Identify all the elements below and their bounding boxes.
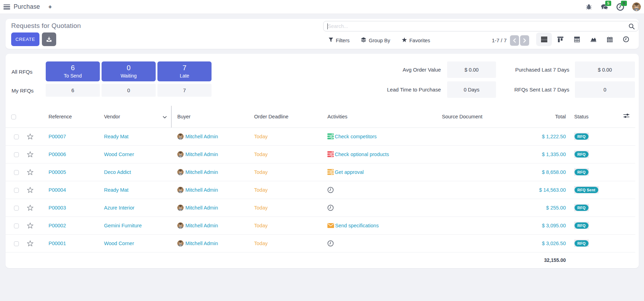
- view-button-activity[interactable]: [618, 32, 634, 46]
- metric-value-2[interactable]: 0 Days: [447, 81, 496, 98]
- favorite-star-icon[interactable]: [27, 151, 34, 157]
- activity-link[interactable]: Send specifications: [335, 223, 379, 228]
- select-all-checkbox[interactable]: [11, 115, 16, 119]
- row-checkbox[interactable]: [14, 170, 19, 175]
- vendor-link[interactable]: Gemini Furniture: [104, 223, 142, 228]
- buyer-link[interactable]: Mitchell Admin: [185, 134, 218, 139]
- reference-link[interactable]: P00004: [49, 187, 66, 193]
- vendor-link[interactable]: Ready Mat: [104, 134, 128, 139]
- column-header-reference[interactable]: Reference: [40, 106, 98, 127]
- star-filled-icon: [402, 37, 407, 43]
- row-checkbox[interactable]: [14, 206, 19, 211]
- kpi-my-count-0[interactable]: 6: [46, 84, 100, 97]
- table-row[interactable]: P00003Azure InteriorMitchell AdminToday$…: [6, 199, 635, 216]
- vendor-link[interactable]: Ready Mat: [104, 187, 128, 193]
- buyer-link[interactable]: Mitchell Admin: [185, 205, 218, 211]
- metric-value-1[interactable]: $ 0.00: [575, 61, 635, 78]
- kpi-button-waiting[interactable]: 0Waiting: [102, 61, 156, 81]
- export-download-button[interactable]: [42, 32, 56, 46]
- activities-clock-icon[interactable]: 9: [616, 3, 624, 11]
- new-tab-plus-icon[interactable]: +: [49, 3, 52, 10]
- kpi-button-late[interactable]: 7Late: [157, 61, 212, 81]
- app-title[interactable]: Purchase: [14, 3, 40, 10]
- order-deadline: Today: [254, 223, 268, 228]
- filters-button[interactable]: Filters: [328, 37, 349, 43]
- dashboard-row-label-my: My RFQs: [12, 88, 34, 94]
- table-row[interactable]: P00001Wood CornerMitchell AdminToday$ 3,…: [6, 234, 635, 252]
- reference-link[interactable]: P00007: [49, 134, 66, 139]
- schedule-activity-clock-icon[interactable]: [327, 205, 334, 211]
- favorite-star-icon[interactable]: [27, 205, 34, 211]
- buyer-link[interactable]: Mitchell Admin: [185, 241, 218, 246]
- reference-link[interactable]: P00005: [49, 169, 66, 175]
- view-button-kanban[interactable]: [553, 32, 568, 46]
- reference-link[interactable]: P00001: [49, 241, 66, 246]
- schedule-activity-clock-icon[interactable]: [327, 240, 334, 247]
- table-row[interactable]: P00006Wood CornerMitchell AdminTodayChec…: [6, 145, 635, 163]
- metric-value-0[interactable]: $ 0.00: [447, 61, 496, 78]
- status-badge: RFQ: [574, 168, 589, 176]
- favorite-star-icon[interactable]: [27, 222, 34, 229]
- column-header-activities[interactable]: Activities: [322, 106, 436, 127]
- source-document: [436, 234, 506, 252]
- activity-link[interactable]: Check optional products: [335, 152, 389, 157]
- optional-columns-icon[interactable]: [623, 114, 629, 119]
- view-button-calendar[interactable]: [602, 32, 617, 46]
- vendor-link[interactable]: Wood Corner: [104, 241, 134, 246]
- pager-prev-button[interactable]: [510, 35, 519, 46]
- column-header-total[interactable]: Total: [506, 106, 569, 127]
- user-avatar[interactable]: [632, 2, 641, 11]
- debug-bug-icon[interactable]: [585, 3, 593, 11]
- view-button-graph[interactable]: [585, 32, 601, 46]
- row-checkbox[interactable]: [14, 188, 19, 193]
- activity-link[interactable]: Check competitors: [335, 134, 377, 139]
- column-header-vendor[interactable]: Vendor: [98, 106, 172, 127]
- group-by-button[interactable]: Group By: [361, 37, 390, 43]
- table-row[interactable]: P00007Ready MatMitchell AdminTodayCheck …: [6, 127, 635, 145]
- buyer-link[interactable]: Mitchell Admin: [185, 152, 218, 157]
- kpi-my-count-1[interactable]: 0: [102, 84, 156, 97]
- row-checkbox[interactable]: [14, 241, 19, 246]
- status-badge: RFQ Sent: [574, 186, 599, 193]
- favorite-star-icon[interactable]: [27, 169, 34, 175]
- create-button[interactable]: CREATE: [11, 32, 39, 46]
- buyer-link[interactable]: Mitchell Admin: [185, 223, 218, 228]
- column-header-status[interactable]: Status: [569, 106, 618, 127]
- schedule-activity-clock-icon[interactable]: [327, 187, 334, 193]
- vendor-link[interactable]: Deco Addict: [104, 169, 131, 175]
- table-row[interactable]: P00005Deco AddictMitchell AdminTodayGet …: [6, 163, 635, 181]
- view-button-list[interactable]: [536, 32, 552, 46]
- reference-link[interactable]: P00002: [49, 223, 66, 228]
- column-header-source[interactable]: Source Document: [436, 106, 506, 127]
- activity-link[interactable]: Get approval: [335, 169, 364, 175]
- order-deadline: Today: [254, 187, 268, 193]
- search-input[interactable]: [328, 22, 621, 31]
- table-row[interactable]: P00002Gemini FurnitureMitchell AdminToda…: [6, 216, 635, 234]
- row-checkbox[interactable]: [14, 152, 19, 157]
- kpi-button-to-send[interactable]: 6To Send: [46, 61, 100, 81]
- view-button-pivot[interactable]: [569, 32, 585, 46]
- status-badge: RFQ: [574, 222, 589, 229]
- buyer-link[interactable]: Mitchell Admin: [185, 169, 218, 175]
- favorite-star-icon[interactable]: [27, 240, 34, 247]
- buyer-link[interactable]: Mitchell Admin: [185, 187, 218, 193]
- row-checkbox[interactable]: [14, 223, 19, 228]
- apps-menu-icon[interactable]: [3, 5, 10, 9]
- column-header-buyer[interactable]: Buyer: [172, 106, 249, 127]
- favorite-star-icon[interactable]: [27, 187, 34, 193]
- pager-next-button[interactable]: [520, 35, 529, 46]
- search-icon[interactable]: [629, 23, 635, 31]
- reference-link[interactable]: P00003: [49, 205, 66, 211]
- total-amount: $ 1,335.00: [542, 152, 566, 157]
- row-checkbox[interactable]: [14, 134, 19, 139]
- column-header-deadline[interactable]: Order Deadline: [249, 106, 322, 127]
- table-row[interactable]: P00004Ready MatMitchell AdminToday$ 14,5…: [6, 181, 635, 199]
- vendor-link[interactable]: Wood Corner: [104, 152, 134, 157]
- kpi-my-count-2[interactable]: 7: [157, 84, 212, 97]
- vendor-link[interactable]: Azure Interior: [104, 205, 134, 211]
- reference-link[interactable]: P00006: [49, 152, 66, 157]
- metric-value-3[interactable]: 0: [575, 81, 635, 98]
- favorites-button[interactable]: Favorites: [402, 37, 430, 43]
- messages-icon[interactable]: 5: [601, 3, 608, 11]
- favorite-star-icon[interactable]: [27, 133, 34, 140]
